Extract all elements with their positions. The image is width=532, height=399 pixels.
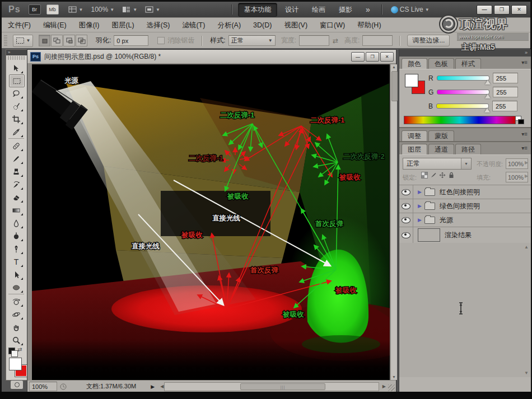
height-input[interactable]: [362, 35, 393, 46]
menu-analysis[interactable]: 分析(A): [211, 21, 247, 30]
menu-window[interactable]: 窗口(W): [314, 21, 351, 30]
green-slider[interactable]: [437, 90, 489, 95]
eyedropper-tool[interactable]: [9, 126, 24, 138]
slider-handle[interactable]: [485, 80, 491, 85]
group-expander-icon[interactable]: ▶: [418, 203, 422, 209]
quick-selection-tool[interactable]: [9, 100, 24, 112]
clone-stamp-tool[interactable]: [9, 166, 24, 177]
panel-menu-icon[interactable]: ▾≡: [521, 145, 528, 151]
layer-thumbnail[interactable]: [418, 228, 440, 242]
tab-layers[interactable]: 图层: [402, 144, 427, 154]
workspace-painting[interactable]: 绘画: [306, 3, 331, 16]
red-slider[interactable]: [437, 76, 489, 81]
vertical-scrollbar[interactable]: ▲ ▼: [390, 64, 397, 380]
hscroll-right-icon[interactable]: ▶: [382, 384, 386, 389]
slider-handle[interactable]: [484, 108, 490, 112]
fill-arrow-icon[interactable]: ▶: [525, 173, 528, 179]
crop-tool[interactable]: [9, 113, 24, 125]
tab-paths[interactable]: 路径: [455, 144, 481, 154]
tools-grip[interactable]: [8, 56, 25, 60]
selection-mode-add[interactable]: [51, 35, 63, 46]
visibility-toggle[interactable]: [399, 199, 413, 213]
visibility-toggle[interactable]: [399, 185, 413, 199]
spectrum-black-swatch[interactable]: [518, 119, 524, 124]
menu-file[interactable]: 文件(F): [2, 21, 37, 30]
3d-rotate-tool[interactable]: [9, 295, 24, 307]
zoom-tool[interactable]: [9, 334, 24, 346]
feather-input[interactable]: 0 px: [114, 35, 148, 46]
lock-all-icon[interactable]: [447, 171, 455, 179]
doc-minimize-button[interactable]: —: [351, 52, 365, 62]
menu-select[interactable]: 选择(S): [141, 21, 176, 30]
tool-preset-button[interactable]: ▼: [13, 35, 33, 47]
menu-view[interactable]: 视图(V): [278, 21, 314, 30]
workspace-overflow-button[interactable]: »: [360, 3, 376, 16]
dodge-tool[interactable]: [9, 230, 24, 242]
resize-grip[interactable]: [388, 384, 395, 391]
foreground-color-swatch[interactable]: [9, 358, 22, 370]
style-dropdown[interactable]: 正常 ▼: [228, 35, 276, 46]
hscroll-left-icon[interactable]: ◀: [160, 384, 164, 389]
status-menu-arrow[interactable]: ▶: [151, 384, 155, 389]
workspace-essentials[interactable]: 基本功能: [238, 3, 277, 17]
scroll-down-icon[interactable]: ▼: [391, 374, 396, 380]
hand-tool[interactable]: [9, 321, 24, 333]
opacity-arrow-icon[interactable]: ▶: [525, 160, 528, 165]
tab-masks[interactable]: 蒙版: [428, 130, 454, 141]
brush-tool[interactable]: [9, 153, 24, 165]
layer-list-empty-area[interactable]: [399, 243, 531, 377]
restore-button[interactable]: ❐: [494, 5, 510, 15]
layer-row-green-indirect[interactable]: ▶ 绿色间接照明: [399, 199, 531, 213]
green-value-field[interactable]: 255: [493, 87, 518, 97]
document-title-bar[interactable]: Ps 间接照明示意图.psd @ 100%(RGB/8) * — ❐ ✕: [27, 50, 396, 64]
horizontal-scrollbar[interactable]: |||: [164, 382, 379, 391]
width-input[interactable]: [299, 35, 329, 46]
status-zoom-field[interactable]: 100%: [29, 382, 57, 391]
close-button[interactable]: ✕: [511, 5, 527, 15]
path-selection-tool[interactable]: [9, 269, 24, 280]
selection-mode-intersect[interactable]: [76, 35, 87, 46]
selection-mode-subtract[interactable]: [63, 35, 75, 46]
zoom-level-control[interactable]: 100% ▼: [91, 6, 115, 13]
quick-mask-button[interactable]: [10, 380, 24, 389]
lock-transparency-icon[interactable]: [421, 171, 428, 179]
doc-close-button[interactable]: ✕: [380, 52, 394, 62]
menu-image[interactable]: 图像(I): [73, 21, 106, 30]
screen-mode-button[interactable]: ▼: [145, 6, 160, 13]
minimize-button[interactable]: —: [477, 5, 492, 15]
drag-grip[interactable]: [4, 35, 7, 46]
blue-slider[interactable]: [436, 104, 489, 109]
menu-help[interactable]: 帮助(H): [351, 21, 387, 30]
history-brush-tool[interactable]: [9, 179, 24, 190]
menu-3d[interactable]: 3D(D): [247, 21, 278, 29]
visibility-toggle[interactable]: [399, 227, 413, 243]
panel-menu-icon[interactable]: ▾≡: [521, 131, 528, 137]
mini-bridge-button[interactable]: Mb: [46, 4, 59, 15]
gradient-tool[interactable]: [9, 204, 24, 216]
eraser-tool[interactable]: [9, 191, 24, 203]
vertical-scroll-thumb[interactable]: [391, 71, 398, 101]
group-expander-icon[interactable]: ▶: [418, 217, 422, 223]
canvas[interactable]: 光源 二次反弹-1 二次反弹-1 二次反弹-1 二次次反弹-2 被吸收 被吸收 …: [32, 64, 390, 380]
bridge-button[interactable]: Br: [29, 4, 41, 15]
antialias-checkbox[interactable]: [157, 37, 165, 44]
scroll-up-icon[interactable]: ▲: [391, 64, 396, 70]
blue-value-field[interactable]: 255: [492, 101, 517, 111]
tab-styles[interactable]: 样式: [455, 58, 481, 69]
workspace-design[interactable]: 设计: [279, 3, 304, 16]
red-value-field[interactable]: 255: [493, 73, 518, 83]
doc-restore-button[interactable]: ❐: [366, 52, 379, 62]
layer-row-red-indirect[interactable]: ▶ 红色间接照明: [399, 185, 531, 199]
cs-live-button[interactable]: CS Live ▼: [391, 6, 430, 13]
arrange-documents-button[interactable]: ▼: [122, 6, 137, 13]
tab-channels[interactable]: 通道: [428, 144, 454, 154]
foreground-color-swatch[interactable]: [405, 74, 418, 87]
panel-menu-icon[interactable]: ▾≡: [521, 59, 528, 65]
tab-swatches[interactable]: 色板: [428, 58, 454, 69]
selection-mode-new[interactable]: [39, 35, 50, 46]
lock-pixels-icon[interactable]: [430, 171, 437, 179]
color-spectrum-bar[interactable]: [404, 116, 516, 124]
menu-layer[interactable]: 图层(L): [105, 21, 140, 30]
3d-orbit-tool[interactable]: [9, 308, 24, 320]
guides-grid-button[interactable]: ▼: [68, 6, 83, 13]
